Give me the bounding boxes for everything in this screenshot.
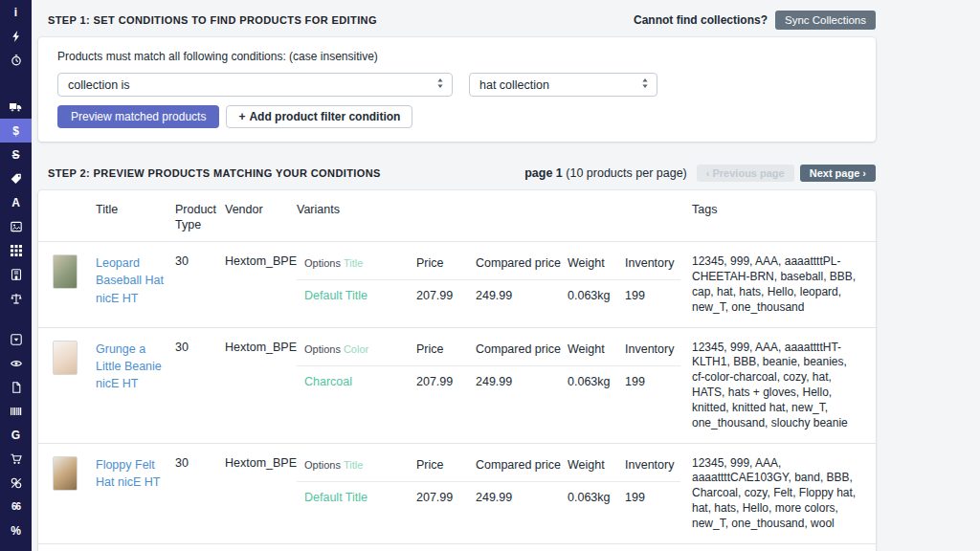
step1-title: STEP 1: SET CONDITIONS TO FIND PRODUCTS … <box>48 14 377 26</box>
sidebar-item-shipping[interactable] <box>0 95 32 119</box>
truck-icon <box>10 101 22 112</box>
page-info: page 1 (10 products per page) <box>524 166 687 180</box>
tags-value: 12345, 999, AAA, aaaattttHT-KLTH1, BBB, … <box>692 341 866 431</box>
product-type-value: 30 <box>175 341 225 431</box>
sidebar-item-inbox[interactable] <box>0 327 32 351</box>
variant-name: Default Title <box>304 289 416 302</box>
product-title-link[interactable]: Floppy Felt Hat nicE HT <box>96 456 175 491</box>
sidebar-item-cart[interactable] <box>0 447 32 471</box>
condition-target-select[interactable]: hat collection <box>469 73 657 97</box>
variant-name: Charcoal <box>304 375 416 388</box>
sidebar-item-lightning[interactable] <box>0 24 32 48</box>
product-type-value: 30 <box>175 456 225 532</box>
app-sidebar: i $ S A G 66 % <box>0 0 32 551</box>
variant-inventory: 199 <box>625 375 692 388</box>
font-icon: A <box>11 197 20 209</box>
strikethrough-price-icon: S <box>11 149 19 161</box>
vendor-value: Hextom_BPE <box>225 456 297 532</box>
product-thumbnail <box>53 254 78 289</box>
variant-header-inventory: Inventory <box>625 458 680 472</box>
variant-header-inventory: Inventory <box>625 256 680 270</box>
variant-row: Charcoal 207.99 249.99 0.063kg 199 <box>297 366 692 388</box>
sidebar-item-images[interactable] <box>0 214 32 238</box>
options-label: Options <box>304 257 341 269</box>
column-header-variants: Variants <box>297 203 692 232</box>
sidebar-item-pages[interactable] <box>0 375 32 399</box>
product-title-link[interactable]: Leopard Baseball Hat nicE HT <box>96 254 175 306</box>
product-title-link[interactable]: Grunge a Little Beanie nicE HT <box>96 341 175 392</box>
variant-header-price: Price <box>416 458 476 472</box>
product-thumbnail <box>53 456 78 491</box>
info-icon: i <box>14 7 17 18</box>
column-header-product-type: Product Type <box>175 203 225 232</box>
previous-page-button[interactable]: ‹ Previous page <box>697 165 794 182</box>
page-icon <box>11 382 22 393</box>
products-table-card: Title Product Type Vendor Variants Tags … <box>38 190 876 551</box>
variant-header-compared-price: Compared price <box>476 458 568 472</box>
sidebar-item-visibility[interactable] <box>0 351 32 375</box>
google-icon: G <box>11 430 20 441</box>
tag-icon <box>11 173 22 185</box>
condition-type-value: collection is <box>68 78 130 92</box>
timer-icon <box>11 55 22 66</box>
add-filter-condition-button[interactable]: +Add product filter condition <box>226 105 412 128</box>
sidebar-item-quotes[interactable]: 66 <box>0 495 32 518</box>
page-size: (10 products per page) <box>566 166 686 180</box>
variant-price: 207.99 <box>416 289 476 302</box>
variant-compared-price: 249.99 <box>476 289 568 302</box>
table-row: Floppy Felt Hat nicE HT 30 Hextom_BPE Op… <box>38 444 876 544</box>
variant-header-inventory: Inventory <box>625 342 680 356</box>
variant-compared-price: 249.99 <box>476 491 568 504</box>
variant-header-price: Price <box>416 256 476 270</box>
tags-value: 12345, 999, AAA, aaaattttPL-CHEETAH-BRN,… <box>692 254 866 315</box>
sidebar-item-font[interactable]: A <box>0 190 32 214</box>
vendor-value: Hextom_BPE <box>225 341 297 431</box>
variant-header-weight: Weight <box>568 342 625 356</box>
preview-matched-products-button[interactable]: Preview matched products <box>57 105 219 128</box>
variant-header-compared-price: Compared price <box>476 342 568 356</box>
step2-header-bar: STEP 2: PREVIEW PRODUCTS MATCHING YOUR C… <box>38 165 876 182</box>
sidebar-item-tags[interactable] <box>0 166 32 190</box>
sidebar-item-kiosk[interactable] <box>0 262 32 286</box>
options-label: Options <box>304 459 341 471</box>
condition-type-select[interactable]: collection is <box>57 73 453 97</box>
variant-row: Default Title 207.99 249.99 0.063kg 199 <box>297 280 692 302</box>
variants-subtable: OptionsTitle Price Compared price Weight… <box>297 254 692 315</box>
variant-compared-price: 249.99 <box>476 375 568 388</box>
options-label: Options <box>304 343 341 355</box>
variant-weight: 0.063kg <box>568 375 625 388</box>
sidebar-item-percent[interactable]: % <box>0 518 32 542</box>
tags-value: 12345, 999, AAA, aaaattttCAE103GY, band,… <box>692 456 866 532</box>
product-type-value: 30 <box>175 254 225 315</box>
variants-subtable: OptionsColor Price Compared price Weight… <box>297 341 692 431</box>
sidebar-item-price-editor[interactable]: $ <box>0 119 32 143</box>
option-name: Color <box>344 343 368 355</box>
grid-icon <box>11 245 22 256</box>
inbox-icon <box>11 334 22 345</box>
sidebar-item-grid[interactable] <box>0 238 32 262</box>
sidebar-item-barcode[interactable] <box>0 399 32 423</box>
variants-subtable: OptionsTitle Price Compared price Weight… <box>297 456 692 532</box>
conditions-card: Products must match all following condit… <box>38 37 876 142</box>
table-row: Grunge a Little Beanie nicE HT 30 Hextom… <box>38 328 876 444</box>
sidebar-item-timer[interactable] <box>0 48 32 72</box>
table-header-row: Title Product Type Vendor Variants Tags <box>38 190 876 242</box>
quote-icon: 66 <box>11 502 20 512</box>
variant-header-price: Price <box>416 342 476 356</box>
kiosk-icon <box>11 269 22 280</box>
barcode-icon <box>11 406 22 417</box>
variant-row: Default Title 207.99 249.99 0.063kg 199 <box>297 482 692 504</box>
sidebar-item-compare[interactable] <box>0 286 32 310</box>
discount-icon <box>11 477 22 489</box>
variant-price: 207.99 <box>416 491 476 504</box>
sidebar-item-info[interactable]: i <box>0 0 32 24</box>
option-name: Title <box>344 257 363 269</box>
sidebar-item-compare-price[interactable]: S <box>0 143 32 166</box>
sync-collections-button[interactable]: Sync Collections <box>775 11 876 30</box>
variant-weight: 0.063kg <box>568 491 625 504</box>
step2-title: STEP 2: PREVIEW PRODUCTS MATCHING YOUR C… <box>48 167 381 179</box>
sidebar-item-google[interactable]: G <box>0 423 32 447</box>
next-page-button[interactable]: Next page › <box>800 165 876 182</box>
sidebar-item-discount[interactable] <box>0 471 32 495</box>
table-row: Feathered Felt Cap nicE HT 30 Hextom_BPE… <box>38 544 876 551</box>
